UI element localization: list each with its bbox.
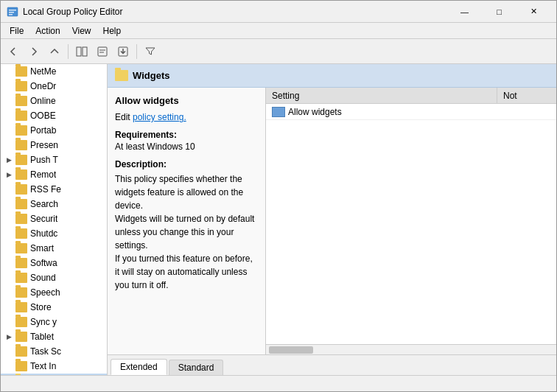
folder-icon [15,332,27,342]
folder-icon [15,96,27,106]
description-panel: Allow widgets Edit policy setting. Requi… [108,88,266,354]
main-window: Local Group Policy Editor — □ ✕ File Act… [0,0,557,392]
sidebar-item-syncy[interactable]: Sync y [1,315,107,329]
folder-icon [15,302,27,312]
folder-icon [15,346,27,357]
filter-button[interactable] [141,42,160,61]
table-row[interactable]: Allow widgets [266,104,556,120]
sidebar-item-tasksc[interactable]: Task Sc [1,344,107,359]
folder-icon [15,287,27,298]
svg-rect-3 [9,14,13,15]
folder-icon [15,361,27,371]
tabs-bar: Extended Standard [108,354,556,375]
folder-icon [15,125,27,136]
edit-policy-line: Edit policy setting. [115,112,258,122]
scrollbar-thumb[interactable] [269,346,313,354]
sidebar-item-remot[interactable]: ▶ Remot [1,167,107,182]
main-content: NetMe OneDr Online OOBE Portab [1,64,556,375]
sidebar-item-oobe[interactable]: OOBE [1,108,107,123]
sidebar-item-onedr[interactable]: OneDr [1,79,107,94]
description-text: This policy specifies whether the widget… [115,172,258,292]
close-button[interactable]: ✕ [517,4,550,20]
menu-help[interactable]: Help [97,24,127,38]
show-hide-button[interactable] [72,42,91,61]
back-button[interactable] [4,42,23,61]
folder-icon [15,169,27,180]
horizontal-scrollbar[interactable] [266,344,556,354]
folder-icon [15,214,27,224]
svg-rect-2 [9,12,14,13]
expand-arrow: ▶ [7,171,15,178]
sidebar-item-search[interactable]: Search [1,197,107,211]
split-pane: Allow widgets Edit policy setting. Requi… [108,88,556,354]
folder-icon [15,111,27,121]
folder-icon [15,258,27,268]
folder-icon [15,81,27,91]
svg-rect-1 [9,10,16,11]
minimize-button[interactable]: — [448,4,481,20]
svg-rect-5 [83,47,87,56]
policy-name: Allow widgets [115,95,258,106]
sidebar-item-tablet[interactable]: ▶ Tablet [1,329,107,344]
settings-table-header: Setting Not [266,88,556,104]
sidebar-item-rssfe[interactable]: RSS Fe [1,182,107,197]
sidebar-item-online[interactable]: Online [1,94,107,108]
detail-header-title: Widgets [133,70,169,81]
window-title: Local Group Policy Editor [23,7,448,17]
sidebar-item-pusht[interactable]: ▶ Push T [1,153,107,167]
detail-header: Widgets [108,64,556,88]
tab-standard[interactable]: Standard [169,360,224,375]
up-button[interactable] [45,42,64,61]
toolbar-separator-2 [136,44,137,59]
status-bar [1,375,556,391]
folder-icon [15,155,27,165]
title-bar-controls: — □ ✕ [448,4,550,20]
row-label: Allow widgets [288,107,497,117]
menu-action[interactable]: Action [29,24,66,38]
folder-icon [15,228,27,239]
svg-rect-4 [77,47,81,56]
toolbar-separator-1 [68,44,69,59]
edit-policy-link[interactable]: policy setting. [133,112,186,122]
folder-icon [15,66,27,77]
sidebar-item-securit[interactable]: Securit [1,211,107,226]
col-setting-header: Setting [266,88,497,103]
export-button[interactable] [113,42,133,61]
requirements-value: At least Windows 10 [115,141,258,152]
forward-button[interactable] [24,42,43,61]
sidebar-item-sound[interactable]: Sound [1,270,107,285]
sidebar-item-speech[interactable]: Speech [1,285,107,300]
title-bar: Local Group Policy Editor — □ ✕ [1,1,556,23]
toolbar [1,39,556,64]
requirements-label: Requirements: [115,130,258,140]
sidebar-item-store[interactable]: Store [1,300,107,315]
expand-arrow: ▶ [7,156,15,164]
sidebar-item-netme[interactable]: NetMe [1,64,107,79]
tab-extended[interactable]: Extended [111,359,167,375]
folder-icon [15,317,27,327]
expand-arrow: ▶ [7,333,15,340]
folder-icon [15,140,27,150]
settings-panel: Setting Not Allow widgets [266,88,556,354]
svg-rect-6 [98,47,107,56]
maximize-button[interactable]: □ [483,4,516,20]
sidebar: NetMe OneDr Online OOBE Portab [1,64,108,375]
menu-view[interactable]: View [66,24,97,38]
description-label: Description: [115,159,258,169]
policy-row-icon [272,107,285,117]
sidebar-item-smart[interactable]: Smart [1,241,107,256]
content-panel: Widgets Allow widgets Edit policy settin… [108,64,556,375]
menu-bar: File Action View Help [1,23,556,39]
menu-file[interactable]: File [4,24,29,38]
sidebar-item-shutdc[interactable]: Shutdc [1,226,107,241]
detail-folder-icon [115,70,128,81]
sidebar-item-softwa[interactable]: Softwa [1,256,107,270]
col-state-header: Not [497,88,556,103]
folder-icon [15,184,27,195]
sidebar-item-textin[interactable]: Text In [1,359,107,374]
properties-button[interactable] [93,42,112,61]
sidebar-item-presen[interactable]: Presen [1,138,107,153]
sidebar-item-portab[interactable]: Portab [1,123,107,138]
folder-icon [15,199,27,209]
settings-table-body: Allow widgets [266,104,556,344]
